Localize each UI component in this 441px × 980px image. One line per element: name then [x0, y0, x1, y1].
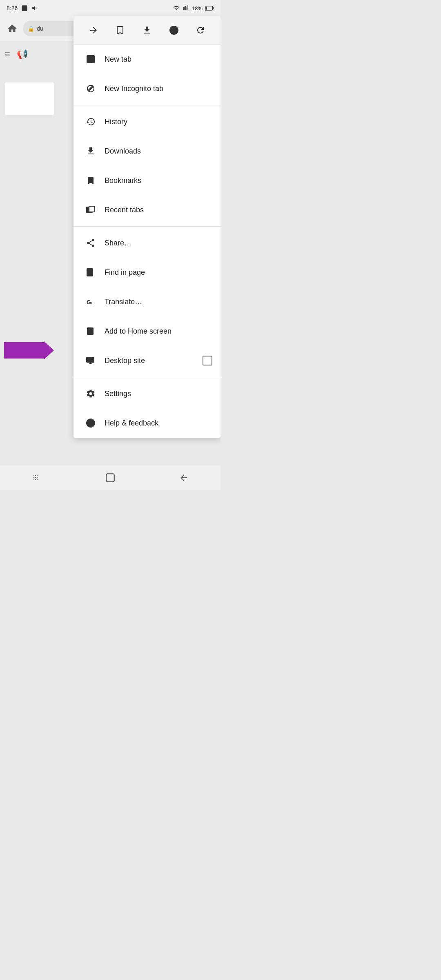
nav-bar — [0, 466, 220, 490]
new-incognito-tab-item[interactable]: New Incognito tab — [74, 74, 220, 103]
svg-point-22 — [91, 425, 91, 425]
nav-back-button[interactable] — [172, 466, 196, 490]
download-page-button[interactable] — [138, 21, 156, 39]
media-icon — [31, 4, 39, 12]
arrow-shape — [4, 342, 45, 359]
translate-icon: Gx — [82, 297, 100, 307]
speaker-bg-icon: 📢 — [17, 49, 28, 60]
find-in-page-item[interactable]: Find in page — [74, 258, 220, 287]
svg-rect-1 — [213, 7, 214, 9]
desktop-site-checkbox[interactable] — [203, 356, 212, 365]
svg-rect-30 — [37, 477, 38, 478]
divider-2 — [74, 226, 220, 227]
annotation-arrow — [4, 342, 45, 359]
help-icon — [82, 418, 100, 428]
svg-rect-2 — [205, 7, 207, 10]
recent-tabs-label: Recent tabs — [105, 206, 212, 214]
recent-tabs-item[interactable]: Recent tabs — [74, 195, 220, 225]
page-card — [5, 82, 54, 115]
new-incognito-tab-label: New Incognito tab — [105, 85, 212, 93]
find-in-page-icon — [82, 267, 100, 277]
svg-rect-32 — [106, 474, 114, 482]
downloads-icon — [82, 146, 100, 156]
downloads-label: Downloads — [105, 147, 212, 156]
home-button[interactable] — [3, 20, 21, 38]
svg-rect-26 — [35, 475, 36, 476]
translate-label: Translate… — [105, 298, 212, 306]
help-feedback-label: Help & feedback — [105, 419, 212, 428]
history-item[interactable]: History — [74, 107, 220, 136]
share-icon — [82, 238, 100, 248]
svg-rect-18 — [87, 357, 94, 362]
svg-text:x: x — [90, 301, 92, 305]
menu-toolbar — [74, 16, 220, 45]
add-home-icon — [82, 326, 100, 336]
nav-menu-button[interactable] — [24, 466, 49, 490]
wifi-icon — [172, 5, 180, 11]
svg-rect-25 — [33, 479, 34, 480]
new-tab-icon — [82, 54, 100, 64]
forward-button[interactable] — [85, 21, 102, 39]
recent-tabs-icon — [82, 205, 100, 215]
svg-rect-24 — [33, 477, 34, 478]
translate-item[interactable]: Gx Translate… — [74, 287, 220, 316]
svg-rect-28 — [35, 479, 36, 480]
address-text: du — [37, 25, 43, 32]
add-to-home-label: Add to Home screen — [105, 327, 212, 336]
incognito-icon — [82, 84, 100, 94]
new-tab-label: New tab — [105, 55, 212, 64]
status-right: 18% — [172, 5, 214, 11]
svg-rect-10 — [89, 206, 95, 212]
svg-rect-31 — [37, 479, 38, 480]
svg-rect-23 — [33, 475, 34, 476]
settings-label: Settings — [105, 390, 212, 398]
hamburger-icon: ≡ — [5, 49, 10, 60]
lock-icon: 🔒 — [28, 26, 34, 32]
refresh-button[interactable] — [192, 21, 209, 39]
divider-1 — [74, 105, 220, 105]
status-bar: 8:26 18% — [0, 0, 220, 16]
photo-icon — [21, 4, 28, 12]
page-info-button[interactable] — [165, 21, 183, 39]
dropdown-menu: New tab New Incognito tab History Downlo… — [74, 16, 220, 438]
divider-3 — [74, 377, 220, 377]
bookmarks-icon — [82, 176, 100, 185]
svg-point-12 — [89, 272, 91, 274]
time-display: 8:26 — [7, 5, 18, 11]
desktop-site-item[interactable]: Desktop site — [74, 346, 220, 375]
share-item[interactable]: Share… — [74, 228, 220, 258]
help-feedback-item[interactable]: Help & feedback — [74, 408, 220, 438]
downloads-item[interactable]: Downloads — [74, 136, 220, 166]
desktop-site-label: Desktop site — [105, 356, 203, 365]
new-tab-item[interactable]: New tab — [74, 45, 220, 74]
svg-rect-27 — [35, 477, 36, 478]
desktop-site-icon — [82, 356, 100, 365]
settings-item[interactable]: Settings — [74, 379, 220, 408]
bookmark-button[interactable] — [111, 21, 129, 39]
battery-display: 18% — [192, 5, 203, 11]
nav-home-button[interactable] — [98, 466, 122, 490]
settings-icon — [82, 389, 100, 399]
bookmarks-item[interactable]: Bookmarks — [74, 166, 220, 195]
history-label: History — [105, 118, 212, 126]
find-in-page-label: Find in page — [105, 268, 212, 277]
history-icon — [82, 117, 100, 127]
status-left: 8:26 — [7, 4, 39, 12]
bookmarks-label: Bookmarks — [105, 176, 212, 185]
battery-icon — [205, 5, 214, 11]
svg-rect-29 — [37, 475, 38, 476]
add-to-home-item[interactable]: Add to Home screen — [74, 316, 220, 346]
share-label: Share… — [105, 239, 212, 247]
signal-icon — [183, 5, 189, 11]
